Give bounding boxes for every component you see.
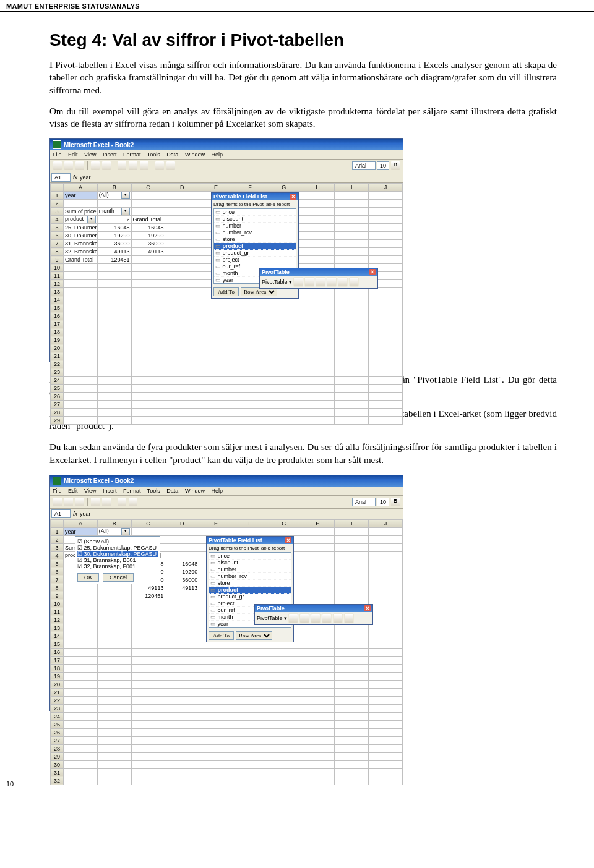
row-header[interactable]: 11 [51, 608, 64, 616]
cell[interactable] [233, 352, 267, 360]
dropdown-arrow-icon[interactable]: ▾ [87, 216, 96, 223]
cell[interactable] [131, 280, 165, 288]
ok-button[interactable]: OK [77, 573, 99, 582]
cell[interactable] [335, 535, 369, 543]
cell[interactable] [335, 409, 369, 417]
cell[interactable] [64, 401, 98, 409]
cell[interactable] [301, 777, 335, 785]
cell[interactable] [369, 296, 403, 304]
cell[interactable] [335, 232, 369, 240]
cell[interactable]: 19290 [97, 232, 131, 240]
cell[interactable] [233, 672, 267, 680]
row-header[interactable]: 6 [51, 568, 64, 576]
cell[interactable] [335, 344, 369, 352]
cell[interactable] [165, 352, 199, 360]
cell[interactable] [267, 336, 301, 344]
cell[interactable] [369, 312, 403, 320]
cell[interactable] [199, 401, 233, 409]
cell[interactable] [335, 728, 369, 736]
toolbar-button[interactable] [117, 497, 127, 507]
cell[interactable] [267, 656, 301, 664]
row-header[interactable]: 1 [51, 192, 64, 200]
cell[interactable] [97, 312, 131, 320]
cell[interactable] [233, 393, 267, 401]
cell[interactable] [199, 736, 233, 744]
cell[interactable] [233, 417, 267, 425]
cell[interactable] [335, 336, 369, 344]
cell[interactable] [233, 752, 267, 760]
cell[interactable] [64, 600, 98, 608]
cell[interactable] [64, 616, 98, 624]
cell[interactable] [97, 417, 131, 425]
cell[interactable] [267, 377, 301, 385]
cell[interactable] [64, 368, 98, 377]
toolbar-button[interactable] [53, 161, 62, 171]
menu-tools[interactable]: Tools [147, 488, 160, 494]
cell[interactable] [369, 616, 403, 624]
cell[interactable] [335, 527, 369, 535]
cell[interactable] [97, 377, 131, 385]
cell[interactable] [97, 385, 131, 393]
cell[interactable] [165, 616, 199, 624]
cell[interactable] [165, 744, 199, 752]
cell[interactable] [131, 360, 165, 368]
cell[interactable]: Sum of price [64, 208, 98, 216]
cell[interactable] [97, 352, 131, 360]
cell[interactable] [97, 768, 131, 777]
row-header[interactable]: 25 [51, 720, 64, 728]
field-list-item[interactable]: number [214, 223, 296, 229]
cell[interactable] [64, 304, 98, 312]
cell[interactable] [369, 256, 403, 264]
font-size-box[interactable]: 10 [377, 498, 389, 506]
cell[interactable] [97, 656, 131, 664]
cell[interactable] [131, 608, 165, 616]
cell[interactable] [131, 409, 165, 417]
row-header[interactable]: 27 [51, 736, 64, 744]
cell[interactable] [335, 744, 369, 752]
cell[interactable] [199, 728, 233, 736]
cell[interactable] [335, 592, 369, 600]
cell[interactable] [369, 409, 403, 417]
dropdown-arrow-icon[interactable]: ▾ [121, 528, 130, 535]
cell[interactable] [165, 240, 199, 248]
cell[interactable] [64, 280, 98, 288]
cell[interactable] [131, 632, 165, 640]
cell[interactable] [267, 744, 301, 752]
cell[interactable] [165, 527, 199, 535]
cell[interactable] [267, 680, 301, 688]
column-header[interactable]: I [335, 184, 369, 192]
cell[interactable] [267, 736, 301, 744]
cell[interactable] [233, 768, 267, 777]
cell[interactable] [199, 320, 233, 328]
cell[interactable]: 49113 [131, 584, 165, 592]
toolbar-button[interactable] [75, 497, 85, 507]
cell[interactable] [131, 527, 165, 535]
row-header[interactable]: 15 [51, 304, 64, 312]
cell[interactable] [199, 368, 233, 377]
toolbar-button[interactable] [128, 161, 138, 171]
row-header[interactable]: 21 [51, 688, 64, 696]
cell[interactable] [335, 328, 369, 336]
cell[interactable] [369, 640, 403, 648]
cell[interactable] [233, 320, 267, 328]
cell[interactable] [335, 543, 369, 551]
field-list-item[interactable]: number_rcv [209, 573, 291, 580]
row-header[interactable]: 14 [51, 632, 64, 640]
cell[interactable] [64, 744, 98, 752]
field-list-item[interactable]: number [209, 566, 291, 573]
cell[interactable] [165, 704, 199, 712]
cell[interactable] [97, 752, 131, 760]
cell[interactable]: 30, Dokumentskap, PEGASUS-60 [64, 232, 98, 240]
cell[interactable] [301, 385, 335, 393]
close-icon[interactable]: × [364, 605, 371, 611]
toolbar-button[interactable] [311, 613, 321, 623]
cell[interactable] [335, 736, 369, 744]
cell[interactable] [131, 752, 165, 760]
column-header[interactable]: D [165, 519, 199, 527]
cell[interactable] [64, 752, 98, 760]
row-header[interactable]: 22 [51, 696, 64, 704]
menu-tools[interactable]: Tools [147, 151, 160, 158]
cell[interactable] [335, 712, 369, 720]
menu-insert[interactable]: Insert [103, 151, 117, 158]
menu-help[interactable]: Help [211, 151, 223, 158]
